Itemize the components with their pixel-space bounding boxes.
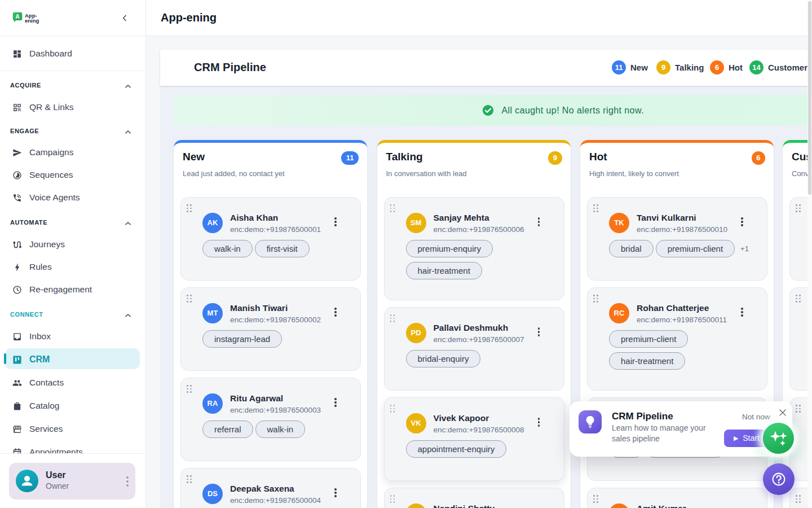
svg-text:A: A [15,13,20,20]
